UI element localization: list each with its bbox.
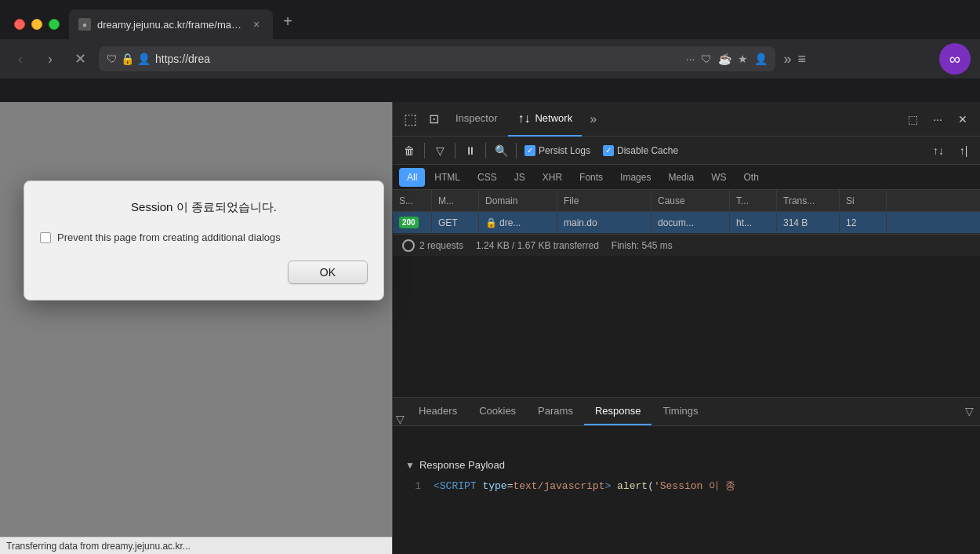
filter-separator — [424, 143, 425, 159]
type-filter-xhr[interactable]: XHR — [535, 168, 570, 187]
close-window-button[interactable] — [14, 19, 25, 30]
alert-checkbox-row: Prevent this page from creating addition… — [40, 231, 368, 245]
request-detail: ▽ Headers Cookies Params Response Timing… — [393, 397, 980, 554]
devtools-more-button[interactable]: ··· — [927, 108, 949, 130]
type-filter-other[interactable]: Oth — [735, 168, 766, 187]
col-size: Si — [840, 190, 887, 211]
detail-more-button[interactable]: ▽ — [959, 397, 980, 425]
devtools-header: ⬚ ⊡ Inspector ↑↓ Network » ⬚ ··· — [393, 102, 980, 137]
status-bar: Transferring data from dreamy.jejunu.ac.… — [0, 537, 392, 554]
responsive-design-button[interactable]: ⊡ — [423, 108, 445, 130]
coffee-icon[interactable]: ☕ — [718, 53, 731, 65]
summary-icon — [402, 239, 415, 252]
network-table: S... M... Domain File Cause T... Trans..… — [393, 190, 980, 397]
disable-cache-item[interactable]: ✓ Disable Cache — [603, 145, 678, 156]
pause-button[interactable]: ⏸ — [460, 140, 481, 161]
search-button[interactable]: 🔍 — [491, 140, 511, 161]
persist-logs-checkbox[interactable]: ✓ — [524, 145, 535, 156]
filter-icon: ▽ — [436, 144, 445, 157]
devtools-header-actions: ⬚ ··· ✕ — [902, 108, 974, 130]
detail-panel-arrow[interactable]: ▽ — [393, 413, 408, 425]
code-line-1: 1 <SCRIPT type=text/javascript> alert('S… — [405, 479, 967, 493]
search-icon: 🔍 — [495, 144, 508, 157]
domain-lock-icon: 🔒 — [485, 217, 497, 228]
type-filter-css[interactable]: CSS — [470, 168, 505, 187]
browser-tab-active[interactable]: ● dreamy.jejunu.ac.kr/frame/main... × — [69, 9, 273, 39]
tab-inspector[interactable]: Inspector — [446, 102, 506, 137]
status-text: Transferring data from dreamy.jejunu.ac.… — [6, 541, 191, 552]
new-tab-button[interactable]: + — [276, 9, 299, 33]
tab-close-button[interactable]: × — [249, 17, 263, 31]
maximize-window-button[interactable] — [49, 19, 60, 30]
address-actions: ··· 🛡 ☕ ★ 👤 — [686, 53, 768, 65]
col-cause: Cause — [652, 190, 730, 211]
code-tag: <SCRIPT — [434, 480, 477, 492]
tab-params[interactable]: Params — [527, 397, 584, 425]
reader-mode-icon[interactable]: 🛡 — [701, 53, 712, 65]
devtools-close-button[interactable]: ✕ — [952, 108, 974, 130]
row-type: ht... — [730, 212, 777, 233]
type-filter-ws[interactable]: WS — [703, 168, 734, 187]
extension-icon[interactable]: 👤 — [754, 53, 768, 65]
chevron-down-icon: ▼ — [405, 460, 415, 471]
main-menu-button[interactable]: ≡ — [797, 51, 806, 67]
more-options-icon[interactable]: ··· — [686, 53, 695, 65]
alert-ok-button[interactable]: OK — [288, 261, 368, 284]
alert-message: Session 이 종료되었습니다. — [40, 200, 368, 215]
shield-icon: 🛡 — [107, 53, 118, 65]
browser-chrome: ● dreamy.jejunu.ac.kr/frame/main... × + … — [0, 0, 980, 102]
row-cause: docum... — [652, 212, 730, 233]
tab-bar: ● dreamy.jejunu.ac.kr/frame/main... × + — [0, 0, 980, 39]
filter-bar: 🗑 ▽ ⏸ 🔍 ✓ Persist Logs ✓ — [393, 137, 980, 165]
address-bar[interactable]: 🛡 🔒 👤 https://drea ··· 🛡 ☕ ★ 👤 — [99, 46, 775, 71]
type-filter-media[interactable]: Media — [660, 168, 702, 187]
tab-timings[interactable]: Timings — [652, 397, 709, 425]
person-icon: 👤 — [137, 53, 151, 65]
trash-icon: 🗑 — [404, 144, 415, 157]
type-filter-js[interactable]: JS — [506, 168, 533, 187]
bookmark-icon[interactable]: ★ — [738, 53, 748, 65]
filter-button[interactable]: ▽ — [430, 140, 450, 161]
forward-button[interactable]: › — [39, 48, 61, 70]
col-method: M... — [432, 190, 479, 211]
col-domain: Domain — [479, 190, 557, 211]
row-size: 12 — [840, 212, 887, 233]
tab-cookies[interactable]: Cookies — [468, 397, 527, 425]
prevent-dialogs-label: Prevent this page from creating addition… — [57, 231, 281, 245]
more-tabs-button[interactable]: » — [583, 112, 603, 126]
type-filter-html[interactable]: HTML — [426, 168, 468, 187]
tab-headers[interactable]: Headers — [408, 397, 468, 425]
payload-toggle[interactable]: ▼ Response Payload — [405, 459, 967, 471]
back-button[interactable]: ‹ — [9, 48, 31, 70]
prevent-dialogs-checkbox[interactable] — [40, 232, 51, 243]
disable-cache-checkbox[interactable]: ✓ — [603, 145, 614, 156]
persist-logs-label: Persist Logs — [539, 145, 590, 156]
stop-button[interactable]: ✕ — [69, 48, 91, 70]
minimize-window-button[interactable] — [31, 19, 42, 30]
filter-separator-3 — [485, 143, 486, 159]
code-attr: type — [482, 480, 506, 492]
tab-network[interactable]: ↑↓ Network — [508, 102, 582, 137]
clear-requests-button[interactable]: 🗑 — [399, 140, 419, 161]
throttle-button[interactable]: ↑↓ — [928, 140, 949, 161]
devtools-panel: ⬚ ⊡ Inspector ↑↓ Network » ⬚ ··· — [392, 102, 980, 554]
profile-avatar[interactable]: ∞ — [939, 43, 971, 75]
sort-button[interactable]: ↑| — [953, 140, 974, 161]
address-security-icons: 🛡 🔒 👤 — [107, 53, 151, 65]
pick-element-button[interactable]: ⬚ — [399, 108, 421, 130]
tab-response[interactable]: Response — [584, 397, 652, 425]
dock-button[interactable]: ⬚ — [902, 108, 924, 130]
main-content: Session 이 종료되었습니다. Prevent this page fro… — [0, 102, 980, 554]
network-row[interactable]: 200 GET 🔒dre... main.do docum... ht... 3… — [393, 212, 980, 234]
col-file: File — [557, 190, 652, 211]
type-filter-fonts[interactable]: Fonts — [572, 168, 611, 187]
type-filter-all[interactable]: All — [399, 168, 425, 187]
persist-logs-item[interactable]: ✓ Persist Logs — [524, 145, 590, 156]
row-method: GET — [432, 212, 479, 233]
finish-time: Finish: 545 ms — [612, 240, 673, 251]
type-filter-images[interactable]: Images — [612, 168, 659, 187]
inspector-label: Inspector — [456, 112, 497, 124]
more-tools-button[interactable]: » — [783, 51, 791, 67]
nav-bar: ‹ › ✕ 🛡 🔒 👤 https://drea ··· 🛡 ☕ ★ 👤 » — [0, 39, 980, 78]
code-func: alert — [617, 480, 648, 492]
